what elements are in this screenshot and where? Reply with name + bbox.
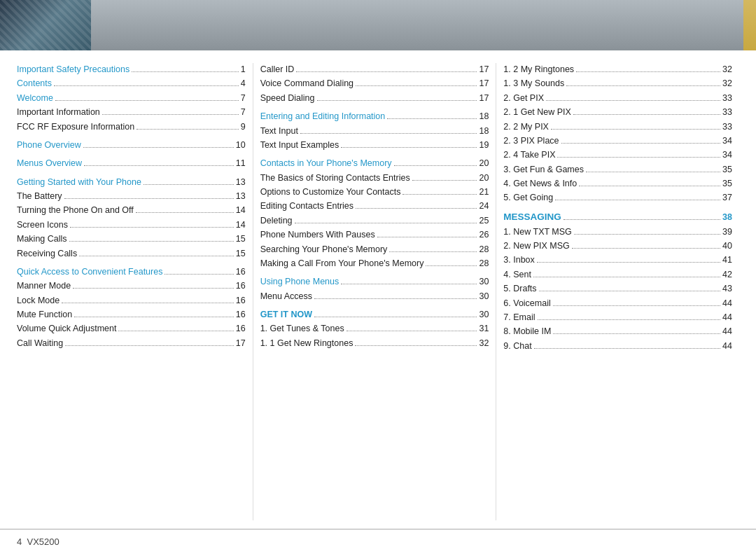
toc-dots	[534, 340, 720, 349]
toc-entry: Important Information7	[17, 106, 246, 119]
toc-page: 18	[479, 110, 489, 123]
toc-entry: Contents4	[17, 77, 246, 90]
toc-dots	[537, 254, 720, 263]
toc-dots	[553, 325, 720, 334]
toc-label: 9. Chat	[503, 340, 531, 353]
toc-label: Searching Your Phone's Memory	[260, 243, 388, 256]
toc-label: Menus Overview	[17, 157, 82, 170]
toc-entry: Lock Mode16	[17, 294, 246, 307]
toc-entry: 1. 1 Get New Ringtones32	[260, 337, 489, 350]
toc-label: Speed Dialing	[260, 92, 315, 105]
toc-page: 11	[236, 157, 246, 170]
toc-entry: Manner Mode16	[17, 279, 246, 293]
toc-page: 37	[722, 191, 732, 205]
toc-dots	[387, 110, 477, 119]
toc-dots	[70, 219, 234, 228]
toc-dots	[341, 275, 477, 284]
toc-entry: 4. Get News & Info35	[503, 177, 732, 191]
toc-dots	[539, 282, 721, 291]
toc-page: 26	[479, 228, 489, 242]
toc-page: 35	[722, 177, 732, 191]
toc-label: 7. Email	[503, 311, 535, 324]
toc-label: Entering and Editing Information	[260, 110, 386, 123]
toc-label: 2. 3 PIX Place	[503, 134, 559, 148]
toc-entry: 2. Get PIX33	[503, 92, 732, 105]
toc-entry: 3. Get Fun & Games35	[503, 163, 732, 176]
toc-dots	[317, 92, 477, 101]
toc-dots	[136, 120, 239, 130]
toc-entry: Getting Started with Your Phone13	[17, 176, 246, 189]
toc-dots	[394, 157, 477, 166]
toc-entry: Mute Function16	[17, 308, 246, 321]
toc-dots	[79, 247, 234, 256]
toc-entry: 1. 2 My Ringtones32	[503, 63, 732, 76]
toc-entry: Phone Overview10	[17, 139, 246, 152]
toc-page: 18	[479, 125, 489, 138]
toc-dots	[69, 233, 234, 242]
toc-dots	[346, 322, 477, 331]
toc-page: 30	[479, 308, 489, 321]
toc-page: 20	[479, 172, 489, 185]
toc-page: 28	[479, 257, 489, 270]
toc-label: The Battery	[17, 190, 62, 203]
toc-entry: Options to Customize Your Contacts21	[260, 186, 489, 199]
toc-dots	[54, 77, 239, 86]
toc-label: 1. 3 My Sounds	[503, 77, 564, 90]
toc-entry: Receiving Calls15	[17, 247, 246, 261]
toc-label: Phone Overview	[17, 139, 81, 152]
toc-entry: Voice Command Dialing17	[260, 77, 489, 90]
toc-page: 17	[479, 77, 489, 90]
toc-label: 2. Get PIX	[503, 92, 544, 105]
toc-page: 30	[479, 290, 489, 303]
toc-dots	[533, 268, 720, 277]
toc-page: 35	[722, 163, 732, 176]
toc-label: The Basics of Storing Contacts Entries	[260, 172, 410, 185]
toc-label: FCC RF Exposure Information	[17, 120, 134, 134]
toc-label: 3. Inbox	[503, 254, 534, 267]
toc-label: Screen Icons	[17, 219, 68, 232]
toc-label: Making Calls	[17, 233, 67, 246]
toc-label: Making a Call From Your Phone's Memory	[260, 257, 424, 270]
toc-dots	[356, 77, 477, 86]
toc-label: Volume Quick Adjustment	[17, 322, 116, 335]
toc-page: 28	[479, 243, 489, 256]
toc-label: 1. 2 My Ringtones	[503, 63, 574, 76]
toc-dots	[561, 134, 721, 144]
toc-entry: Screen Icons14	[17, 219, 246, 232]
toc-entry: 2. 2 My PIX33	[503, 120, 732, 134]
toc-label: 2. 2 My PIX	[503, 120, 549, 134]
toc-page: 31	[479, 322, 489, 335]
toc-entry: 2. 4 Take PIX34	[503, 148, 732, 162]
toc-page: 19	[479, 139, 489, 152]
toc-dots	[74, 308, 234, 317]
toc-entry: Using Phone Menus30	[260, 275, 489, 289]
toc-page: 44	[722, 340, 732, 353]
toc-entry: Important Safety Precautions1	[17, 63, 246, 76]
toc-dots	[84, 157, 234, 166]
toc-entry: 3. Inbox41	[503, 254, 732, 267]
messaging-label: MESSAGING	[503, 210, 561, 225]
toc-dots	[295, 214, 477, 223]
toc-dots	[55, 92, 239, 101]
toc-entry: The Basics of Storing Contacts Entries20	[260, 172, 489, 185]
toc-dots	[572, 240, 720, 249]
toc-dots	[341, 139, 477, 148]
toc-dots	[574, 226, 720, 235]
toc-entry: Caller ID17	[260, 63, 489, 76]
toc-page: 40	[722, 240, 732, 253]
toc-page: 41	[722, 254, 732, 267]
toc-page: 4	[241, 77, 246, 90]
toc-label: Text Input Examples	[260, 139, 340, 152]
toc-label: 5. Get Going	[503, 191, 553, 205]
toc-label: Options to Customize Your Contacts	[260, 186, 401, 199]
toc-page: 34	[722, 134, 732, 148]
toc-label: 6. Voicemail	[503, 297, 550, 310]
toc-entry: 5. Get Going37	[503, 191, 732, 205]
toc-entry: Making Calls15	[17, 233, 246, 246]
toc-label: Mute Function	[17, 308, 72, 321]
toc-label: Manner Mode	[17, 279, 71, 293]
toc-entry: Contacts in Your Phone's Memory20	[260, 157, 489, 170]
toc-label: Welcome	[17, 92, 53, 105]
toc-label: Lock Mode	[17, 294, 59, 307]
toc-entry: Searching Your Phone's Memory28	[260, 243, 489, 256]
